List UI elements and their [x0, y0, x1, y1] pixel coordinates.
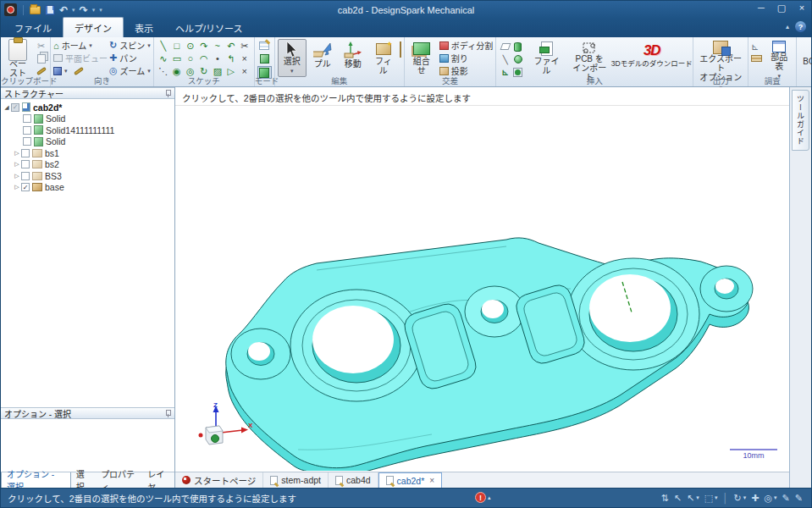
export-options-button[interactable]: エクスポート オプション ▾ [696, 39, 745, 77]
blend-icon[interactable] [400, 41, 401, 58]
doc-tab-start-page[interactable]: スタートページ [175, 472, 263, 488]
expand-icon[interactable]: ◢ [3, 104, 11, 111]
tree-item-component[interactable]: ▷ bs2 [1, 159, 174, 171]
tree-item-solid[interactable]: Solid14111111111 [1, 124, 174, 136]
tree-item-solid[interactable]: Solid [1, 113, 174, 125]
insert-file-button[interactable]: ファイル [528, 39, 566, 77]
viewport[interactable]: クリックして、2番目の選択を他のツール内で使用するように設定します [175, 87, 789, 488]
checkbox[interactable]: ✓ [11, 103, 19, 112]
redo-caret-icon[interactable]: ▾ [92, 7, 96, 14]
tree-item-root[interactable]: ◢ ✓ cab2d* [1, 102, 174, 113]
combine-button[interactable]: 組合せ [407, 39, 436, 77]
move-tool-button[interactable]: 移動 [339, 39, 367, 77]
sketch-mode-button[interactable] [257, 39, 272, 52]
copy-icon[interactable] [35, 53, 47, 64]
collapse-ribbon-icon[interactable]: ▴ [786, 23, 789, 30]
doc-tab-stem-adpt[interactable]: stem-adpt [263, 472, 329, 488]
sketch-extend-icon[interactable]: × [238, 52, 251, 65]
tree-item-component[interactable]: ▷ ✓ base [1, 182, 174, 194]
doc-tab-cab4d[interactable]: cab4d [329, 472, 378, 488]
expand-icon[interactable]: ▷ [13, 161, 21, 168]
plan-view-button[interactable]: 平面ビュー [53, 52, 108, 64]
tab-properties[interactable]: プロパティ [96, 472, 142, 488]
sketch-round-rect-icon[interactable]: ▭ [170, 52, 184, 65]
insert-line-icon[interactable]: ╲ [499, 53, 511, 65]
sketch-arc-icon[interactable]: ↷ [197, 40, 211, 52]
tab-help-resources[interactable]: ヘルプ/リソース [164, 18, 254, 37]
sketch-pen-icon[interactable]: ✎ [782, 493, 790, 504]
tab-options-select[interactable]: オプション - 選択 [1, 472, 71, 488]
parts-table-button[interactable]: 部品表 ▾ [765, 39, 793, 77]
close-button[interactable]: × [796, 3, 808, 14]
minimize-button[interactable]: ─ [755, 3, 767, 14]
pull-tool-button[interactable]: プル [308, 39, 337, 77]
pan-view-icon[interactable]: ✚ [751, 493, 759, 504]
insert-plane-icon[interactable] [499, 41, 511, 52]
checkbox[interactable] [21, 172, 30, 180]
tab-display[interactable]: 表示 [124, 18, 164, 37]
paste-button[interactable]: ペースト [3, 39, 32, 77]
sketch-curve-icon[interactable]: ∿ [157, 52, 170, 65]
pin-icon[interactable] [164, 410, 171, 417]
tab-layers[interactable]: レイヤ [142, 472, 174, 488]
sketch-pen-alt-icon[interactable]: ✎ [795, 493, 803, 504]
tree-item-component[interactable]: ▷ BS3 [1, 170, 174, 182]
section-mode-button[interactable] [257, 52, 272, 65]
zoom-view-icon[interactable]: ◎ [764, 493, 772, 504]
undo-caret-icon[interactable]: ▾ [72, 7, 75, 14]
spin-view-icon[interactable]: ↻ [733, 493, 741, 504]
tree-item-component[interactable]: ▷ bs1 [1, 147, 174, 159]
split-body-button[interactable]: ボディ分割 [439, 39, 493, 52]
sketch-rectangle-icon[interactable]: □ [170, 40, 184, 52]
sketch-trim-icon[interactable]: ✂ [238, 40, 251, 52]
alert-indicator[interactable]: ! ▴ [475, 492, 491, 503]
fill-tool-button[interactable]: フィル [369, 39, 398, 77]
sketch-ellipse-icon[interactable]: ○ [184, 52, 197, 65]
split-button[interactable]: 割り [439, 52, 493, 64]
sketch-three-point-arc-icon[interactable]: ◠ [197, 52, 211, 65]
select-mode-icon[interactable]: ↖ [687, 493, 694, 504]
selection-box-icon[interactable]: ⬚ [704, 493, 713, 504]
sketch-circle-icon[interactable]: ⊙ [184, 40, 197, 52]
doc-tab-cab2d[interactable]: cab2d* × [378, 472, 443, 488]
help-icon[interactable]: ? [795, 21, 806, 32]
mass-properties-icon[interactable] [751, 55, 762, 62]
pin-icon[interactable] [164, 90, 171, 97]
measure-icon[interactable]: ⊾ [751, 41, 762, 52]
sketch-line-icon[interactable]: ╲ [157, 40, 170, 52]
spin-button[interactable]: ↻ スピン ▾ [109, 39, 151, 52]
download-3d-model-button[interactable]: 3D 3Dモデルのダウンロード [613, 39, 690, 77]
scroll-icon[interactable]: ⇅ [661, 493, 669, 504]
viewport-canvas[interactable]: Z X 10mm [175, 106, 789, 472]
restore-button[interactable]: ▢ [776, 3, 787, 14]
expand-icon[interactable]: ▷ [13, 150, 21, 157]
sketch-corner-icon[interactable]: ↰ [224, 52, 238, 65]
pcb-import-button[interactable]: PCB をインポート [569, 39, 610, 77]
3d-part[interactable] [222, 229, 768, 471]
open-file-icon[interactable] [30, 6, 41, 14]
select-tool-button[interactable]: 選択 ▾ [278, 39, 307, 77]
bom-quote-button[interactable]: ⛟ BOM 見積もり [799, 39, 812, 77]
insert-cylinder-icon[interactable] [511, 41, 524, 52]
checkbox[interactable] [23, 126, 31, 135]
tab-select[interactable]: 選択 [71, 472, 96, 488]
qat-customize-icon[interactable]: ▾ [99, 7, 102, 14]
undo-icon[interactable]: ↶ [59, 5, 68, 15]
checkbox[interactable] [23, 137, 31, 146]
tab-design[interactable]: デザイン [63, 17, 124, 37]
pan-button[interactable]: ✚ パン [109, 52, 151, 64]
close-tab-icon[interactable]: × [429, 476, 434, 485]
home-view-button[interactable]: ⌂ ホーム ▾ [53, 39, 108, 52]
expand-icon[interactable]: ▷ [13, 184, 21, 190]
cut-icon[interactable]: ✂ [35, 41, 47, 52]
checkbox[interactable] [21, 149, 30, 157]
tool-guide-tab[interactable]: ツールガイド [792, 90, 809, 151]
insert-sphere-icon[interactable] [511, 53, 524, 65]
tab-file[interactable]: ファイル [3, 18, 63, 37]
app-logo-icon[interactable] [4, 3, 17, 16]
checkbox[interactable]: ✓ [21, 183, 30, 191]
sketch-tangent-arc-icon[interactable]: ↶ [224, 40, 238, 52]
save-icon[interactable] [45, 5, 55, 15]
checkbox[interactable] [21, 160, 30, 168]
sketch-point-icon[interactable]: • [211, 52, 224, 65]
